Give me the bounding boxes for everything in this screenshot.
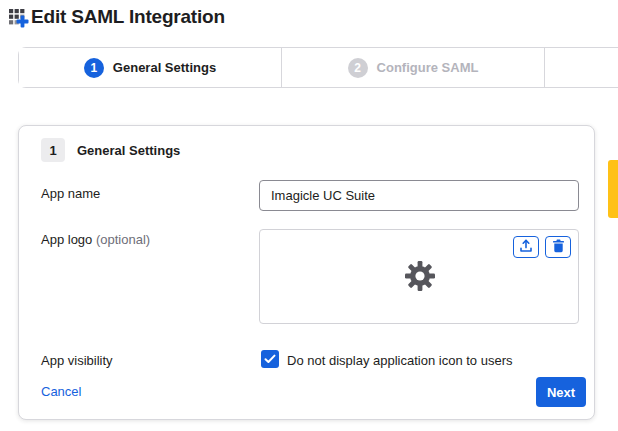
app-visibility-checkbox-label[interactable]: Do not display application icon to users (287, 353, 512, 368)
step-1-label: General Settings (113, 60, 216, 75)
yellow-side-bar[interactable] (608, 160, 618, 218)
checkbox-check-icon (264, 350, 276, 368)
app-logo-preview-box (259, 229, 579, 324)
app-logo-optional-note: (optional) (96, 232, 150, 247)
next-button[interactable]: Next (536, 377, 586, 407)
section-number-badge: 1 (41, 138, 65, 162)
upload-logo-button[interactable] (513, 236, 539, 258)
step-general-settings[interactable]: 1 General Settings (19, 48, 282, 87)
step-1-number: 1 (84, 58, 104, 78)
app-logo-label: App logo (optional) (41, 232, 150, 248)
delete-logo-button[interactable] (545, 236, 571, 258)
upload-icon (519, 239, 533, 256)
step-2-label: Configure SAML (377, 60, 479, 75)
trash-icon (552, 239, 565, 256)
app-name-input[interactable] (259, 180, 579, 211)
section-title: General Settings (77, 143, 180, 158)
step-3-partial (545, 48, 618, 87)
card-section-header: 1 General Settings (41, 138, 180, 162)
app-visibility-label: App visibility (41, 353, 113, 369)
app-visibility-checkbox[interactable] (261, 350, 279, 368)
step-configure-saml[interactable]: 2 Configure SAML (282, 48, 545, 87)
page-title: Edit SAML Integration (31, 6, 225, 28)
general-settings-card: 1 General Settings App name App logo (op… (18, 125, 595, 420)
wizard-stepper: 1 General Settings 2 Configure SAML (18, 47, 618, 88)
edit-saml-integration-page: Edit SAML Integration 1 General Settings… (0, 0, 618, 431)
step-2-number: 2 (348, 58, 368, 78)
app-logo-gear-icon (403, 259, 437, 293)
page-header: Edit SAML Integration (7, 6, 225, 28)
app-name-label: App name (41, 186, 100, 202)
app-logo-label-text: App logo (41, 232, 92, 247)
app-grid-plus-icon (7, 6, 29, 28)
logo-actions (513, 236, 571, 258)
cancel-link[interactable]: Cancel (41, 384, 81, 399)
